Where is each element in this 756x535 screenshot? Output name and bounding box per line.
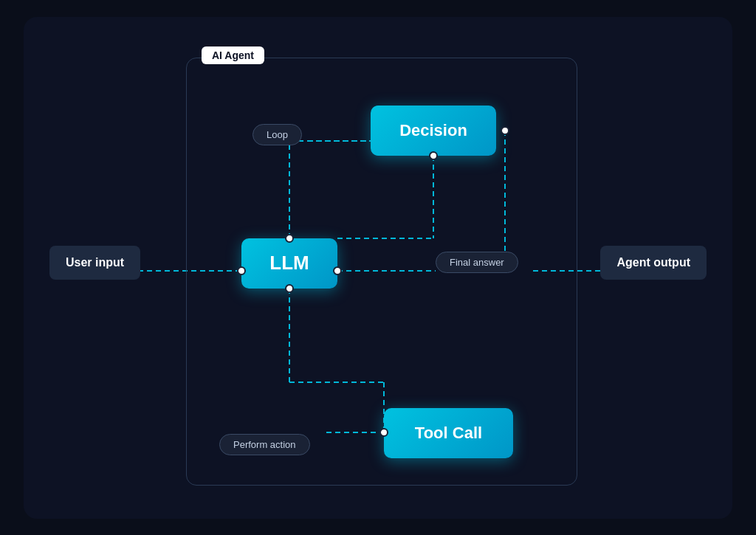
outer-container: AI Agent Decision LLM Tool Call Loop Fin…: [24, 17, 732, 519]
llm-node: LLM: [241, 238, 337, 289]
dot-toolcall-left: [379, 428, 388, 437]
toolcall-node: Tool Call: [384, 408, 513, 458]
toolcall-label: Tool Call: [415, 424, 482, 443]
dot-decision-bottom: [429, 151, 438, 160]
decision-label: Decision: [399, 121, 467, 140]
dot-decision-right: [501, 126, 509, 135]
dot-llm-bottom: [285, 284, 294, 293]
loop-label: Loop: [252, 124, 302, 145]
dot-llm-left: [237, 266, 246, 275]
user-input-box: User input: [49, 246, 140, 280]
decision-node: Decision: [371, 106, 496, 156]
dot-llm-top: [285, 234, 294, 243]
final-answer-label: Final answer: [436, 252, 518, 273]
agent-output-box: Agent output: [600, 246, 707, 280]
perform-action-label: Perform action: [219, 434, 310, 455]
ai-agent-label: AI Agent: [202, 46, 264, 64]
llm-label: LLM: [269, 252, 309, 275]
dot-llm-right: [333, 266, 342, 275]
